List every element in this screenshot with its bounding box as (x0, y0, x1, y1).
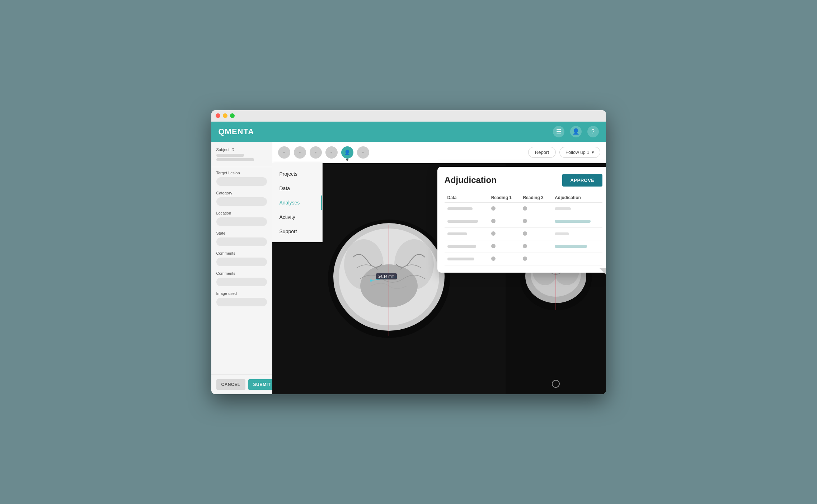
adj-cell (552, 253, 602, 265)
navigation-menu: Projects Data Analyses Activity Support (272, 163, 323, 242)
report-button[interactable]: Report (528, 147, 556, 158)
data-cell (445, 215, 488, 227)
reading1-cell (488, 253, 520, 265)
adjudication-panel: Adjudication APPROVE Data Reading 1 Read… (437, 167, 606, 273)
adj-cell (552, 215, 602, 227)
svg-point-8 (370, 279, 372, 282)
main-app: QMENTA ☰ 👤 ? Subject ID (211, 122, 606, 394)
comments-input-1[interactable] (216, 258, 267, 266)
subject-dot-1[interactable]: ● (278, 146, 290, 159)
approve-button[interactable]: APPROVE (562, 174, 602, 187)
viewer-topbar: ● ● ● ● 👤 (272, 142, 606, 163)
followup-label: Follow up 1 (565, 150, 589, 155)
comments-field-1: Comments (216, 251, 267, 266)
col-header-data: Data (445, 193, 488, 203)
reading1-dot (491, 219, 496, 223)
reading1-cell (488, 227, 520, 240)
measurement-value: 24.14 mm (379, 274, 394, 278)
nav-item-projects[interactable]: Projects (272, 167, 322, 181)
category-field: Category (216, 191, 267, 206)
image-used-field: Image used (216, 291, 267, 306)
nav-item-analyses[interactable]: Analyses (272, 196, 322, 210)
reading1-dot (491, 256, 496, 261)
submit-button[interactable]: SUBMIT (248, 379, 276, 390)
reading2-dot (523, 244, 527, 248)
subject-id-bar-2 (216, 158, 254, 161)
location-field: Location (216, 211, 267, 226)
reading2-cell (520, 253, 552, 265)
location-label: Location (216, 211, 267, 215)
table-row (445, 240, 602, 253)
panel-buttons: CANCEL SUBMIT (211, 375, 272, 394)
state-field: State (216, 231, 267, 246)
col-header-reading1: Reading 1 (488, 193, 520, 203)
reading2-cell (520, 215, 552, 227)
reading1-cell (488, 240, 520, 253)
header-icons: ☰ 👤 ? (553, 126, 599, 137)
adjudication-header: Adjudication APPROVE (445, 174, 602, 187)
target-lesion-field: Target Lesion (216, 171, 267, 186)
table-row (445, 202, 602, 215)
subject-dot-4[interactable]: ● (325, 146, 338, 159)
subject-id-bar-1 (216, 154, 244, 157)
viewer-actions: Report Follow up 1 ▾ (528, 147, 600, 158)
reading1-cell (488, 202, 520, 215)
subject-circles: ● ● ● ● 👤 (278, 146, 525, 159)
nav-item-activity[interactable]: Activity (272, 210, 322, 224)
state-label: State (216, 231, 267, 235)
image-used-input[interactable] (216, 298, 267, 306)
titlebar (211, 110, 606, 122)
form-fields: Target Lesion Category Location State (211, 167, 272, 375)
data-cell (445, 202, 488, 215)
user-icon[interactable]: 👤 (570, 126, 582, 137)
target-lesion-label: Target Lesion (216, 171, 267, 175)
comments-label-2: Comments (216, 271, 267, 275)
comments-label-1: Comments (216, 251, 267, 255)
help-icon[interactable]: ? (587, 126, 599, 137)
content-area: Subject ID Target Lesion Category Locati… (211, 142, 606, 394)
app-window: QMENTA ☰ 👤 ? Subject ID (211, 110, 606, 394)
nav-item-data[interactable]: Data (272, 181, 322, 196)
reading2-cell (520, 240, 552, 253)
active-person-icon: 👤 (344, 150, 350, 155)
close-button[interactable] (216, 113, 220, 118)
adj-cell (552, 240, 602, 253)
table-row (445, 215, 602, 227)
subject-dot-3[interactable]: ● (310, 146, 322, 159)
subject-dot-6[interactable]: ● (357, 146, 369, 159)
minimize-button[interactable] (223, 113, 227, 118)
subject-id-section: Subject ID (211, 142, 272, 167)
reading2-cell (520, 227, 552, 240)
followup-button[interactable]: Follow up 1 ▾ (559, 147, 600, 158)
maximize-button[interactable] (230, 113, 235, 118)
reading2-dot (523, 219, 527, 223)
state-input[interactable] (216, 237, 267, 246)
list-icon[interactable]: ☰ (553, 126, 564, 137)
data-cell (445, 227, 488, 240)
measurement-tooltip: 24.14 mm (376, 273, 397, 279)
reading2-cell (520, 202, 552, 215)
reading2-dot (523, 206, 527, 211)
app-logo: QMENTA (219, 127, 254, 136)
subject-dot-2[interactable]: ● (294, 146, 306, 159)
table-row (445, 227, 602, 240)
table-row (445, 253, 602, 265)
adjudication-table: Data Reading 1 Reading 2 Adjudication (445, 193, 602, 265)
subject-dot-5-active[interactable]: 👤 (341, 146, 353, 159)
subject-id-label: Subject ID (216, 147, 267, 152)
nav-item-support[interactable]: Support (272, 224, 322, 239)
reading1-dot (491, 244, 496, 248)
comments-input-2[interactable] (216, 278, 267, 286)
reading1-dot (491, 231, 496, 236)
adjudication-title: Adjudication (445, 175, 497, 185)
data-cell (445, 253, 488, 265)
location-input[interactable] (216, 217, 267, 226)
target-lesion-input[interactable] (216, 177, 267, 186)
reading1-cell (488, 215, 520, 227)
reading2-dot (523, 231, 527, 236)
cancel-button[interactable]: CANCEL (216, 379, 245, 390)
image-used-label: Image used (216, 291, 267, 296)
category-input[interactable] (216, 197, 267, 206)
category-label: Category (216, 191, 267, 195)
circle-indicator (552, 380, 560, 388)
